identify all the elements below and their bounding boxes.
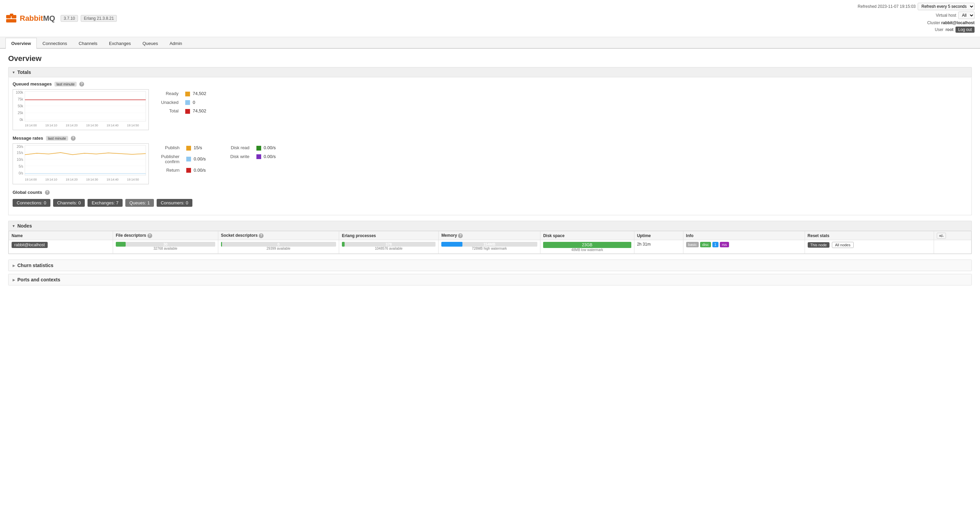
- nodes-section: ▼ Nodes Name File descriptors ? Socket d…: [8, 221, 972, 254]
- col-plus-minus: +/-: [934, 231, 971, 240]
- user-value: root: [946, 27, 953, 32]
- return-value-cell: 0.00/s: [182, 166, 210, 175]
- col-info: Info: [683, 231, 805, 240]
- svg-rect-2: [6, 19, 16, 22]
- memory-cell: 154MB 728MB high watermark: [439, 240, 540, 254]
- rates-time-badge: last minute: [46, 136, 68, 141]
- page-title: Overview: [8, 54, 972, 63]
- memory-value: 154MB: [441, 242, 537, 247]
- nodes-title: Nodes: [18, 223, 32, 228]
- main-content: Overview ▼ Totals Queued messages last m…: [0, 49, 980, 294]
- svg-text:19:14:20: 19:14:20: [66, 178, 78, 181]
- unacked-value-cell: 0: [181, 98, 210, 107]
- svg-text:20/s: 20/s: [17, 145, 23, 148]
- unacked-label: Unacked: [157, 98, 181, 107]
- info-badges: basic disc 1 rss: [686, 242, 802, 247]
- version-badge: 3.7.10: [60, 15, 78, 22]
- table-row: rabbit@localhost 30 32768 available: [9, 240, 972, 254]
- publish-color: [186, 146, 191, 151]
- nav-connections[interactable]: Connections: [37, 38, 73, 49]
- totals-header[interactable]: ▼ Totals: [8, 67, 972, 77]
- unacked-color: [185, 100, 190, 105]
- badge-basic: basic: [686, 242, 699, 247]
- erlang-procs-bar: 378: [342, 242, 436, 247]
- header: RabbitMQ 3.7.10 Erlang 21.3.8.21 Refresh…: [0, 0, 980, 37]
- disk-read-color: [256, 146, 261, 151]
- total-color: [185, 109, 190, 114]
- socket-desc-bar: 0: [221, 242, 336, 247]
- return-value: 0.00/s: [194, 167, 206, 173]
- col-erlang-procs: Erlang processes: [339, 231, 438, 240]
- all-nodes-button[interactable]: All nodes: [832, 242, 853, 248]
- svg-text:0/s: 0/s: [19, 171, 23, 175]
- col-disk-space: Disk space: [540, 231, 634, 240]
- svg-text:19:14:40: 19:14:40: [107, 178, 118, 181]
- ports-contexts-header[interactable]: ▶ Ports and contexts: [8, 274, 972, 285]
- col-file-desc: File descriptors ?: [113, 231, 218, 240]
- queued-stats: Ready 74,502 Unacked 0: [157, 89, 210, 115]
- svg-text:50k: 50k: [18, 104, 24, 108]
- global-counts-help[interactable]: ?: [45, 190, 50, 195]
- node-name-cell: rabbit@localhost: [9, 240, 113, 254]
- uptime-value: 2h 31m: [637, 242, 651, 247]
- socket-desc-available: 29399 available: [221, 247, 336, 250]
- col-socket-desc: Socket descriptors ?: [218, 231, 339, 240]
- totals-toggle-icon: ▼: [12, 70, 15, 74]
- badge-disc: disc: [700, 242, 711, 247]
- disk-write-value-cell: 0.00/s: [252, 152, 280, 161]
- vhost-select[interactable]: All: [958, 11, 975, 19]
- queued-chart-svg: 100k 75k 50k 25k 0k: [13, 89, 149, 130]
- nav-channels[interactable]: Channels: [73, 38, 103, 49]
- this-node-button[interactable]: This node: [808, 242, 829, 248]
- disk-write-value: 0.00/s: [264, 154, 275, 159]
- publisher-confirm-label: Publisherconfirm: [157, 152, 182, 166]
- ports-arrow-icon: ▶: [13, 278, 15, 282]
- unacked-value: 0: [193, 100, 195, 105]
- disk-read-label: Disk read: [226, 144, 252, 152]
- table-row: Total 74,502: [157, 107, 210, 115]
- connections-count: Connections: 0: [13, 199, 50, 207]
- nodes-table: Name File descriptors ? Socket descripto…: [8, 231, 972, 254]
- publish-value: 15/s: [194, 145, 202, 150]
- rates-chart: 20/s 15/s 10/s 5/s 0/s: [13, 144, 149, 184]
- svg-text:75k: 75k: [18, 97, 24, 101]
- erlang-procs-available: 1048576 available: [342, 247, 436, 250]
- refresh-select[interactable]: Refresh every 5 seconds: [918, 3, 975, 10]
- memory-note: 728MB high watermark: [441, 247, 537, 250]
- svg-text:100k: 100k: [16, 91, 24, 94]
- col-name: Name: [9, 231, 113, 240]
- info-cell: basic disc 1 rss: [683, 240, 805, 254]
- nav-admin[interactable]: Admin: [164, 38, 188, 49]
- erlang-procs-value: 378: [342, 242, 436, 247]
- rabbitmq-logo-icon: [5, 12, 18, 24]
- memory-bar: 154MB: [441, 242, 537, 247]
- socket-desc-cell: 0 29399 available: [218, 240, 339, 254]
- header-right: Refreshed 2023-11-07 19:15:03 Refresh ev…: [858, 3, 975, 34]
- nav-queues[interactable]: Queues: [137, 38, 164, 49]
- logout-button[interactable]: Log out: [956, 27, 975, 33]
- ready-value: 74,502: [193, 91, 206, 96]
- svg-text:10/s: 10/s: [17, 158, 23, 161]
- table-row: Publish 15/s: [157, 144, 210, 152]
- badge-num: 1: [712, 242, 719, 247]
- churn-arrow-icon: ▶: [13, 264, 15, 267]
- refreshed-text: Refreshed 2023-11-07 19:15:03: [858, 4, 916, 9]
- ready-value-cell: 74,502: [181, 89, 210, 98]
- badge-rss: rss: [720, 242, 729, 247]
- totals-body: Queued messages last minute ? 100k 75k 5…: [8, 77, 972, 215]
- churn-statistics-section: ▶ Churn statistics: [8, 260, 972, 271]
- plus-minus-btn[interactable]: +/-: [937, 233, 946, 239]
- table-row: Disk write 0.00/s: [226, 152, 280, 161]
- nav-exchanges[interactable]: Exchanges: [103, 38, 137, 49]
- nodes-header[interactable]: ▼ Nodes: [8, 221, 972, 231]
- rates-help-icon[interactable]: ?: [71, 136, 76, 141]
- svg-text:15/s: 15/s: [17, 151, 23, 155]
- queued-help-icon[interactable]: ?: [80, 82, 84, 86]
- message-rates-label: Message rates last minute ?: [13, 136, 967, 141]
- churn-statistics-header[interactable]: ▶ Churn statistics: [8, 260, 972, 271]
- table-row: Disk read 0.00/s: [226, 144, 280, 152]
- svg-text:5/s: 5/s: [19, 164, 23, 168]
- nav-overview[interactable]: Overview: [5, 38, 37, 49]
- svg-text:19:14:40: 19:14:40: [107, 124, 118, 127]
- time-range-badge: last minute: [54, 82, 76, 86]
